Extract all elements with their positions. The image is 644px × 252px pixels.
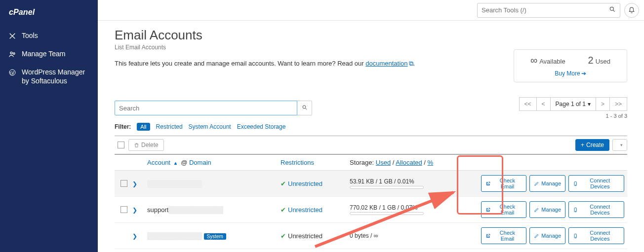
storage-meter <box>350 186 424 189</box>
search-tools[interactable] <box>477 3 620 18</box>
sidebar-item-manage-team[interactable]: Manage Team <box>0 45 98 63</box>
svg-point-9 <box>575 211 576 211</box>
expand-row-icon[interactable]: ❯ <box>132 233 137 240</box>
expand-row-icon[interactable]: ❯ <box>132 180 137 187</box>
device-icon <box>573 181 578 186</box>
topbar <box>98 0 644 21</box>
search-input[interactable] <box>115 101 297 115</box>
expand-row-icon[interactable]: ❯ <box>132 207 137 214</box>
search-icon <box>609 6 616 14</box>
filter-exceeded[interactable]: Exceeded Storage <box>237 123 286 130</box>
wordpress-icon <box>8 68 17 77</box>
check-email-button[interactable]: Check Email <box>481 175 526 192</box>
select-all-checkbox[interactable] <box>118 142 124 148</box>
table-header: Account ▲ @ Domain Restrictions Storage:… <box>115 155 627 171</box>
logo: cPanel <box>0 0 98 27</box>
check-email-button[interactable]: Check Email <box>481 227 526 244</box>
storage-text: 53.91 KB / 1 GB / 0.01% <box>350 178 481 185</box>
filter-restricted[interactable]: Restricted <box>156 123 183 130</box>
search-icon <box>302 105 308 110</box>
actions-row: Delete +Create ▾ <box>115 136 627 155</box>
connect-devices-button[interactable]: Connect Devices <box>568 201 624 218</box>
pager-current[interactable]: Page 1 of 1▾ <box>550 97 596 111</box>
restriction-status: ✔Unrestricted <box>281 206 322 214</box>
storage-text: 0 bytes / ∞ <box>350 232 481 239</box>
pager: << < Page 1 of 1▾ > >> <box>520 97 627 111</box>
account-name: ████████████ <box>147 180 202 187</box>
svg-point-5 <box>303 106 306 108</box>
search-group <box>115 101 312 115</box>
row-checkbox[interactable] <box>121 180 127 187</box>
svg-text:cPanel: cPanel <box>9 7 35 16</box>
bell-icon <box>628 7 635 14</box>
sort-icon: ▲ <box>173 160 178 166</box>
sidebar-item-wp-manager[interactable]: WordPress Manager by Softaculous <box>0 63 98 90</box>
tools-icon <box>8 32 17 40</box>
sort-percent[interactable]: % <box>428 159 434 166</box>
device-icon <box>573 207 578 213</box>
caret-down-icon: ▾ <box>620 143 623 147</box>
main: Email Accounts List Email Accounts This … <box>98 0 644 252</box>
restriction-status: ✔Unrestricted <box>281 232 322 240</box>
manage-button[interactable]: Manage <box>529 201 565 218</box>
buy-more-link[interactable]: Buy More➔ <box>519 70 622 77</box>
notifications-button[interactable] <box>624 3 639 18</box>
stats-box: ∞Available 2Used Buy More➔ <box>514 49 627 82</box>
manage-button[interactable]: Manage <box>529 175 565 192</box>
sort-allocated[interactable]: Allocated <box>396 159 422 166</box>
pencil-icon <box>534 181 539 186</box>
search-tools-input[interactable] <box>482 6 609 14</box>
table-row: ❯████████████✔Unrestricted53.91 KB / 1 G… <box>115 171 627 197</box>
caret-down-icon: ▾ <box>588 101 591 108</box>
content: Email Accounts List Email Accounts This … <box>98 21 644 252</box>
filter-label: Filter: <box>115 123 131 130</box>
col-storage: Storage: Used / Allocated / % <box>350 159 481 166</box>
check-icon: ✔ <box>281 206 286 214</box>
connect-devices-button[interactable]: Connect Devices <box>568 227 624 244</box>
svg-point-4 <box>610 7 613 10</box>
storage-text: 770.02 KB / 1 GB / 0.07% <box>350 204 481 211</box>
settings-button[interactable]: ▾ <box>612 139 627 151</box>
sidebar: cPanel Tools Manage Team WordPress Manag… <box>0 0 98 252</box>
col-restrictions[interactable]: Restrictions <box>281 159 350 166</box>
account-name: ████████████ <box>147 232 202 240</box>
trash-icon <box>134 143 139 148</box>
check-icon: ✔ <box>281 232 286 240</box>
create-button[interactable]: +Create <box>575 139 609 151</box>
storage-meter <box>350 212 424 215</box>
filter-system[interactable]: System Account <box>189 123 231 130</box>
table-row: ❯████████████System✔Unrestricted0 bytes … <box>115 223 627 249</box>
pager-next[interactable]: > <box>596 97 610 111</box>
pager-prev[interactable]: < <box>536 97 551 111</box>
stat-available: ∞Available <box>530 55 565 66</box>
sort-used[interactable]: Used <box>376 159 391 166</box>
pager-last[interactable]: >> <box>609 97 627 111</box>
external-icon <box>485 233 491 239</box>
svg-point-11 <box>575 237 576 237</box>
check-icon: ✔ <box>281 180 286 187</box>
row-checkbox[interactable] <box>121 206 127 213</box>
connect-devices-button[interactable]: Connect Devices <box>568 175 624 192</box>
device-icon <box>573 233 578 239</box>
external-link-icon: ⧉ <box>409 60 413 67</box>
pencil-icon <box>534 233 539 239</box>
check-email-button[interactable]: Check Email <box>481 201 526 218</box>
team-icon <box>8 50 17 59</box>
filter-all[interactable]: All <box>137 123 150 131</box>
sidebar-item-label: WordPress Manager by Softaculous <box>22 68 90 85</box>
filters: Filter: All Restricted System Account Ex… <box>115 123 627 131</box>
manage-button[interactable]: Manage <box>529 227 565 244</box>
documentation-link[interactable]: documentation <box>365 60 407 67</box>
account-name: support████████████ <box>147 206 223 214</box>
restriction-status: ✔Unrestricted <box>281 180 322 187</box>
external-icon <box>485 181 491 186</box>
col-account[interactable]: Account ▲ @ Domain <box>147 159 281 166</box>
arrow-right-icon: ➔ <box>581 70 586 77</box>
sidebar-item-tools[interactable]: Tools <box>0 27 98 45</box>
delete-button[interactable]: Delete <box>128 139 164 151</box>
system-badge: System <box>204 233 226 240</box>
pager-first[interactable]: << <box>519 97 537 111</box>
search-button[interactable] <box>297 101 312 115</box>
svg-point-1 <box>10 52 12 54</box>
plus-icon: + <box>581 142 584 148</box>
